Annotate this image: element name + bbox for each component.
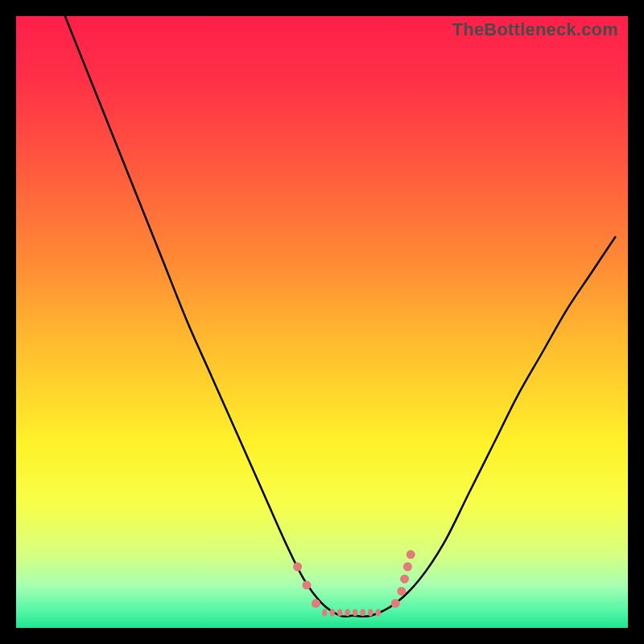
svg-point-3: [391, 599, 400, 608]
gradient-background: [16, 16, 628, 628]
svg-rect-8: [322, 609, 327, 617]
svg-point-5: [400, 575, 409, 584]
svg-rect-15: [376, 609, 381, 617]
plot-area: TheBottleneck.com: [16, 16, 628, 628]
svg-rect-9: [330, 609, 335, 617]
svg-rect-12: [353, 609, 357, 617]
svg-rect-10: [337, 609, 342, 617]
svg-rect-11: [345, 609, 350, 617]
chart-svg: [16, 16, 628, 628]
svg-rect-13: [361, 609, 365, 617]
svg-point-2: [312, 599, 320, 608]
svg-rect-14: [368, 609, 373, 617]
svg-point-4: [397, 587, 406, 596]
svg-point-7: [407, 550, 415, 559]
outer-frame: TheBottleneck.com: [0, 0, 644, 644]
svg-point-6: [403, 563, 412, 572]
svg-point-1: [303, 580, 312, 589]
svg-point-0: [293, 563, 302, 572]
watermark-text: TheBottleneck.com: [452, 19, 618, 40]
